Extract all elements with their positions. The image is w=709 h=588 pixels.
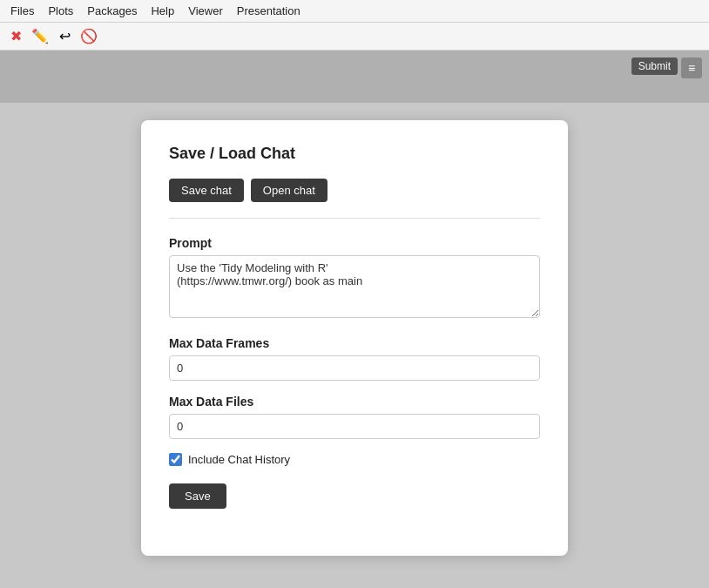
save-button[interactable]: Save xyxy=(169,483,226,509)
undo-toolbar-button[interactable]: ↩ xyxy=(54,26,75,47)
menu-plots[interactable]: Plots xyxy=(41,3,80,19)
viewer-gear-button[interactable]: ≡ xyxy=(681,57,702,78)
include-history-checkbox[interactable] xyxy=(169,453,182,466)
viewer-area: Submit ≡ xyxy=(0,51,709,103)
max-frames-input[interactable] xyxy=(169,355,540,381)
prompt-textarea[interactable] xyxy=(169,255,540,318)
divider xyxy=(169,218,540,219)
close-toolbar-button[interactable]: ✖ xyxy=(5,26,26,47)
include-history-row: Include Chat History xyxy=(169,453,540,466)
save-chat-button[interactable]: Save chat xyxy=(169,179,244,202)
stop-toolbar-button[interactable]: 🚫 xyxy=(78,26,99,47)
menu-bar: Files Plots Packages Help Viewer Present… xyxy=(0,0,709,23)
edit-toolbar-button[interactable]: ✏️ xyxy=(30,26,51,47)
submit-button[interactable]: Submit xyxy=(631,57,678,75)
max-files-label: Max Data Files xyxy=(169,395,540,409)
max-frames-label: Max Data Frames xyxy=(169,336,540,350)
toolbar: ✖ ✏️ ↩ 🚫 xyxy=(0,23,709,51)
menu-files[interactable]: Files xyxy=(3,3,41,19)
modal-card: Save / Load Chat Save chat Open chat Pro… xyxy=(141,120,568,556)
modal-title: Save / Load Chat xyxy=(169,145,540,163)
action-buttons-row: Save chat Open chat xyxy=(169,179,540,202)
prompt-label: Prompt xyxy=(169,236,540,250)
include-history-label: Include Chat History xyxy=(188,453,290,466)
main-area: Save / Load Chat Save chat Open chat Pro… xyxy=(0,103,709,588)
open-chat-button[interactable]: Open chat xyxy=(251,179,327,202)
menu-viewer[interactable]: Viewer xyxy=(181,3,230,19)
max-files-input[interactable] xyxy=(169,414,540,439)
menu-help[interactable]: Help xyxy=(144,3,181,19)
menu-packages[interactable]: Packages xyxy=(80,3,144,19)
menu-presentation[interactable]: Presentation xyxy=(230,3,307,19)
